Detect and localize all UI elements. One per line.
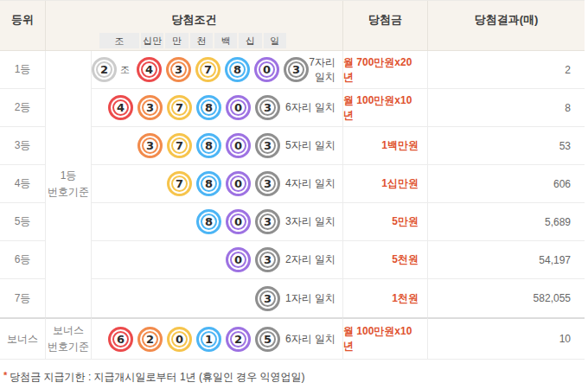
digit-label-cheon: 천 [190,33,213,48]
lottery-prize-table: 등위 당첨조건 조십만만천백십일 당첨금 당첨결과(매) 1등 번호기준 1등2… [0,0,585,360]
ball-sipman: 6 [108,327,133,352]
digit-label-il: 일 [264,33,286,48]
basis-bonus: 보너스번호기준 [46,317,92,360]
rank-cell: 보너스 [0,317,46,360]
digit-label-sipman: 십만 [141,33,163,48]
match-condition-label: 7자리 일치 [309,55,342,85]
ball-sipman: 4 [137,57,162,82]
ball-il: 3 [255,133,280,158]
ball-baek: 8 [225,57,250,82]
ball-cheon: 7 [195,57,220,82]
header-prize: 당첨금 [343,1,428,51]
condition-cell: 6201256자리 일치 [92,317,343,360]
ball-baek: 8 [196,209,221,234]
ball-cheon: 7 [167,171,192,196]
ball-cheon: 7 [167,133,192,158]
match-condition-label: 6자리 일치 [280,100,342,115]
match-condition-label: 5자리 일치 [280,138,342,153]
condition-cell: 31자리 일치 [92,279,343,317]
prize-cell: 5천원 [343,241,428,279]
rank-cell: 5등 [0,203,46,241]
match-condition-label: 2자리 일치 [280,252,342,267]
prize-cell: 1천원 [343,279,428,317]
match-condition-label: 1자리 일치 [280,291,342,306]
condition-cell: 032자리 일치 [92,241,343,279]
basis-bonus-line1: 보너스 [53,322,84,339]
prize-cell: 1백만원 [343,127,428,165]
winning-number-balls: 03 [221,247,280,272]
rank-cell: 2등 [0,89,46,127]
ball-cheon: 0 [167,327,192,352]
ball-il: 3 [255,209,280,234]
ball-sip: 0 [226,133,251,158]
ball-sip: 0 [226,209,251,234]
ball-sip: 0 [226,171,251,196]
rank-cell: 1등 [0,51,46,89]
winning-number-balls: 37803 [133,133,280,158]
prize-cell: 월 700만원x20년 [343,51,428,89]
ball-il: 3 [255,171,280,196]
result-count-cell: 5,689 [428,203,585,241]
condition-cell: 378035자리 일치 [92,127,343,165]
basis-first-line1: 1등 [61,168,77,184]
footnote-text: 당첨금 지급기한 : 지급개시일로부터 1년 (휴일인 경우 익영업일) [10,371,304,383]
match-condition-label: 3자리 일치 [280,214,342,229]
ball-il: 3 [255,247,280,272]
prize-cell: 1십만원 [343,165,428,203]
prize-cell: 5만원 [343,203,428,241]
match-condition-label: 6자리 일치 [280,332,342,347]
match-condition-label: 4자리 일치 [280,176,342,191]
winning-number-balls: 3 [251,286,280,311]
digit-place-labels: 조십만만천백십일 [99,33,286,48]
ball-sip: 0 [226,247,251,272]
digit-label-jo: 조 [99,33,139,48]
header-rank: 등위 [0,1,46,51]
result-count-cell: 54,197 [428,241,585,279]
ball-man: 2 [137,327,163,352]
ball-man: 3 [166,57,191,82]
result-count-cell: 2 [428,51,585,89]
condition-cell: 78034자리 일치 [92,165,343,203]
condition-cell: 8033자리 일치 [92,203,343,241]
page: 등위 당첨조건 조십만만천백십일 당첨금 당첨결과(매) 1등 번호기준 1등2… [0,0,588,389]
ball-jo: 2 [92,57,117,82]
rank-cell: 6등 [0,241,46,279]
winning-number-balls: 620125 [104,327,280,352]
winning-number-balls: 437803 [104,95,280,120]
header-condition-label: 당첨조건 [172,12,217,28]
footnote-marker: * [3,370,7,380]
winning-number-balls: 2조437803 [92,57,309,82]
rank-cell: 7등 [0,279,46,317]
header-result: 당첨결과(매) [428,1,585,51]
ball-sip: 0 [254,57,279,82]
prize-cell: 월 100만원x10년 [343,317,428,360]
prize-cell: 월 100만원x10년 [343,89,428,127]
digit-label-baek: 백 [214,33,237,48]
digit-label-man: 만 [165,33,188,48]
condition-cell: 4378036자리 일치 [92,89,343,127]
basis-first: 1등 번호기준 [46,51,92,317]
basis-bonus-line2: 번호기준 [48,339,89,355]
result-count-cell: 606 [428,165,585,203]
result-count-cell: 8 [428,89,585,127]
ball-baek: 8 [196,133,221,158]
ball-baek: 1 [196,327,221,352]
group-number: 2조 [92,57,130,82]
rank-cell: 3등 [0,127,46,165]
ball-man: 3 [137,133,163,158]
result-count-cell: 53 [428,127,585,165]
ball-baek: 8 [196,171,221,196]
ball-sip: 2 [226,327,251,352]
footnote: *당첨금 지급기한 : 지급개시일로부터 1년 (휴일인 경우 익영업일) [3,370,588,385]
ball-il: 3 [255,95,280,120]
ball-sip: 0 [226,95,251,120]
rank-cell: 4등 [0,165,46,203]
result-count-cell: 582,055 [428,279,585,317]
condition-cell: 2조4378037자리 일치 [92,51,343,89]
ball-il: 3 [284,57,309,82]
group-suffix-label: 조 [120,63,130,76]
winning-number-balls: 803 [192,209,280,234]
ball-il: 5 [255,327,280,352]
ball-sipman: 4 [108,95,133,120]
header-condition: 당첨조건 조십만만천백십일 [46,1,343,51]
